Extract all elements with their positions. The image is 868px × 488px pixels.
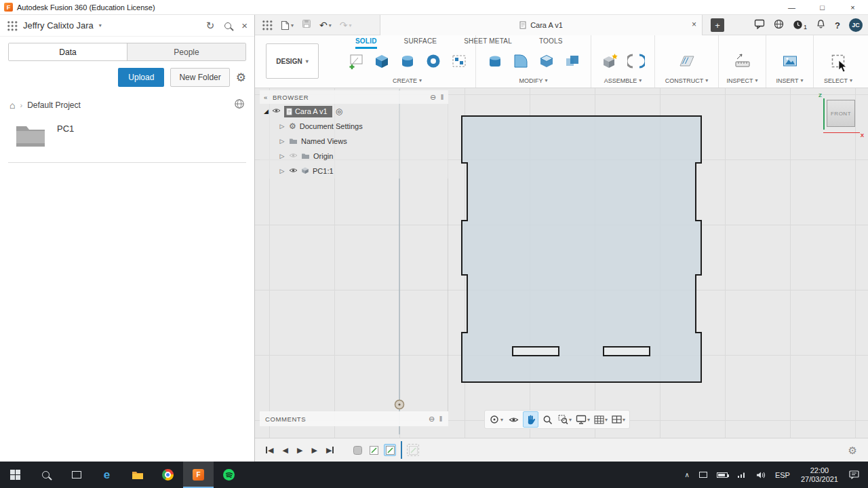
file-menu-button[interactable]: ▾ [281,20,294,31]
root-document-chip[interactable]: Cara A v1 [284,106,332,117]
taskbar-edge-button[interactable]: e [92,462,122,488]
browser-row-origin[interactable]: ▷ Origin [260,149,448,164]
sketch-slot-left[interactable] [513,347,559,356]
save-button[interactable] [302,19,311,31]
document-tab[interactable]: Cara A v1 × [380,15,703,35]
grid-snap-button[interactable]: ▾ [593,411,609,428]
workspace-switcher[interactable]: DESIGN ▾ [266,43,319,79]
box-button[interactable] [372,51,392,71]
view-cube[interactable]: Z FRONT X [818,94,863,136]
group-assemble-label[interactable]: ASSEMBLE ▾ [591,77,654,84]
job-status-button[interactable]: 1 [793,20,807,31]
new-component-button[interactable] [600,51,620,71]
timeline-feature-rolled-back[interactable] [407,444,419,456]
tab-sheet-metal[interactable]: SHEET METAL [464,37,512,49]
tray-expand-icon[interactable]: ∧ [680,462,694,488]
redo-button[interactable]: ↷ ▾ [340,20,352,30]
refresh-icon[interactable]: ↻ [206,20,215,31]
home-icon[interactable]: ⌂ [9,100,15,110]
app-grid-icon[interactable] [7,20,18,31]
expand-caret-icon[interactable]: ▷ [279,123,285,130]
timeline-feature-sketch1[interactable] [368,444,380,456]
timeline-marker[interactable] [401,441,402,459]
expand-caret-icon[interactable]: ▷ [279,168,285,174]
action-center-button[interactable] [844,462,864,488]
taskbar-spotify-button[interactable] [214,462,244,488]
group-modify-label[interactable]: MODIFY ▾ [476,77,591,84]
tray-battery-icon[interactable] [712,462,732,488]
activate-target-icon[interactable]: ◎ [336,107,342,116]
create-sketch-button[interactable] [346,51,366,71]
group-create-label[interactable]: CREATE ▾ [339,77,475,84]
insert-canvas-button[interactable] [780,51,800,71]
pan-button[interactable] [523,411,538,428]
timeline-feature-base[interactable] [351,444,363,456]
browser-row-root[interactable]: ◢ Cara A v1 ◎ [260,104,448,119]
new-tab-button[interactable]: + [711,18,724,32]
expand-caret-icon[interactable]: ▷ [279,153,285,159]
tab-surface[interactable]: SURFACE [404,37,437,49]
cylinder-button[interactable] [397,51,418,71]
taskbar-search-button[interactable] [31,462,61,488]
step-forward-button[interactable]: ▶ [311,447,317,454]
group-select-label[interactable]: SELECT ▾ [814,77,863,84]
fit-button[interactable]: ▾ [557,411,573,428]
measure-button[interactable] [732,51,753,71]
taskbar-file-explorer-button[interactable] [122,462,153,488]
settings-gear-icon[interactable]: ⚙ [236,72,246,83]
tab-tools[interactable]: TOOLS [539,37,563,49]
file-grid-icon[interactable] [262,20,273,31]
visibility-eye-icon[interactable] [272,107,281,115]
group-inspect-label[interactable]: INSPECT ▾ [719,77,766,84]
comments-panel[interactable]: COMMENTS ⊖ ‖ [260,411,448,426]
language-indicator[interactable]: ESP [770,462,795,488]
joint-button[interactable] [626,51,646,71]
view-cube-front-face[interactable]: FRONT [827,100,855,127]
tray-display-icon[interactable] [694,462,712,488]
taskbar-chrome-button[interactable] [153,462,183,488]
minimize-panel-icon[interactable]: ⊖ [429,415,435,424]
timeline-feature-sketch2-selected[interactable] [384,444,396,456]
tab-solid[interactable]: SOLID [355,37,377,49]
pattern-button[interactable] [449,51,469,71]
minimize-panel-icon[interactable]: ⊖ [430,93,437,102]
online-status-globe-icon[interactable] [774,19,784,32]
task-view-button[interactable] [61,462,92,488]
minimize-button[interactable]: — [776,0,807,14]
panel-handle-icon[interactable]: ‖ [441,93,444,101]
close-panel-icon[interactable]: × [241,20,248,31]
torus-button[interactable] [423,51,443,71]
go-to-start-button[interactable]: ◀ [266,447,273,454]
comments-bubble-icon[interactable] [754,19,765,32]
press-pull-button[interactable] [485,51,505,71]
construct-plane-button[interactable] [677,51,697,71]
step-back-button[interactable]: ◀ [282,447,288,454]
upload-button[interactable]: Upload [118,68,164,87]
zoom-button[interactable] [540,411,555,428]
combine-button[interactable] [562,51,583,71]
viewport-canvas[interactable]: « BROWSER ⊖ ‖ ◢ Cara A v1 ◎ ▷ [255,88,868,438]
chevron-down-icon[interactable]: ▾ [99,22,102,29]
account-name[interactable]: Jeffry Calixto Jara [23,20,94,31]
search-icon[interactable] [224,22,231,29]
breadcrumb-project[interactable]: Default Project [27,100,81,110]
panel-handle-icon[interactable]: ‖ [439,415,443,423]
tab-data[interactable]: Data [9,43,127,60]
browser-row-pc1[interactable]: ▷ PC1:1 [260,164,448,179]
go-to-end-button[interactable]: ▶ [326,447,334,454]
group-insert-label[interactable]: INSERT ▾ [766,77,813,84]
group-construct-label[interactable]: CONSTRUCT ▾ [655,77,718,84]
taskbar-fusion-button[interactable]: F [183,462,214,488]
tray-network-icon[interactable] [732,462,751,488]
close-tab-icon[interactable]: × [692,20,696,29]
browser-row-named-views[interactable]: ▷ Named Views [260,134,448,149]
visibility-eye-off-icon[interactable] [289,152,298,160]
tab-people[interactable]: People [127,43,245,60]
tray-volume-icon[interactable] [751,462,770,488]
avatar[interactable]: JC [849,18,863,32]
visibility-eye-icon[interactable] [289,167,298,175]
look-at-button[interactable] [506,411,521,428]
viewports-button[interactable]: ▾ [610,411,627,428]
new-folder-button[interactable]: New Folder [170,68,229,87]
maximize-button[interactable]: □ [807,0,837,14]
